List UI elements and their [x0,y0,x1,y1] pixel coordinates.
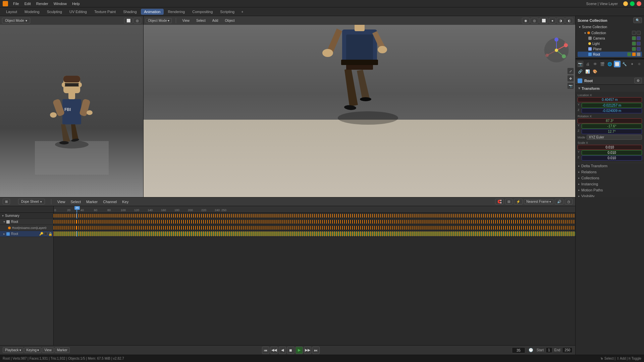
track-label-action[interactable]: Root|mixamo.com|Layer0 [0,225,53,231]
rotation-mode[interactable]: XYZ Euler [587,135,642,140]
outliner-item-plane[interactable]: Plane [578,46,642,52]
menu-window[interactable]: Window [51,1,69,6]
timeline-select-menu[interactable]: Select [70,200,81,204]
prop-icon-material[interactable]: 🎨 [592,68,598,75]
prop-icon-physics[interactable]: ⚛ [636,61,643,67]
loc-z[interactable]: -0.024009 m [582,108,642,113]
timeline-channel-menu[interactable]: Channel [103,200,117,204]
delta-transform-section[interactable]: ▸ Delta Transform [576,163,644,169]
outliner-visibility-plane[interactable] [632,47,636,51]
current-frame-display[interactable]: 35 [512,347,525,353]
marker-menu-2[interactable]: Marker [55,347,70,353]
collections-section[interactable]: ▸ Collections [576,175,644,181]
nearest-frame-dropdown[interactable]: Nearest Frame ▾ [524,199,553,204]
menu-file[interactable]: File [11,1,21,6]
scale-z[interactable]: 0.010 [582,156,642,161]
outliner-render-camera[interactable] [637,36,641,40]
outliner-item-light[interactable]: Light [578,41,642,46]
tab-compositing[interactable]: Compositing [189,9,216,15]
timeline-view-menu[interactable]: View [57,200,65,204]
outliner-item-root[interactable]: Root [578,52,642,57]
timeline-tracks[interactable] [54,213,575,345]
jump-to-end[interactable]: ⏭ [312,347,320,354]
relations-section[interactable]: ▸ Relations [576,169,644,175]
zoom-to-fit[interactable]: ⤢ [567,68,574,74]
viewport-mode-material[interactable]: ◑ [557,18,565,23]
outliner-extra-root[interactable] [637,52,641,56]
prop-icon-view[interactable]: 👁 [592,61,598,67]
navigation-gizmo[interactable]: X Y Z [543,37,570,64]
outliner-visibility-light[interactable] [632,42,636,46]
left-viewport-content[interactable]: FBI [0,25,143,197]
track-label-root-selected[interactable]: ▸ Root 🔑 🔒 [0,231,53,237]
camera-view[interactable]: 📷 [567,82,574,89]
menu-edit[interactable]: Edit [22,1,33,6]
loc-x[interactable]: 0.40457 m [578,97,642,102]
tab-rendering[interactable]: Rendering [164,9,188,15]
viewport-mode-solid[interactable]: ● [549,18,556,23]
loc-y[interactable]: -0.021257 m [582,103,642,108]
view-menu-2[interactable]: View [42,347,54,353]
viewport-shading-btn[interactable]: ◉ [522,18,530,23]
prop-icon-constraints[interactable]: 🔗 [577,68,584,75]
maximize-button[interactable] [630,1,635,6]
close-button[interactable] [637,1,641,6]
tab-layout[interactable]: Layout [3,9,20,15]
scale-y[interactable]: 0.010 [582,150,642,155]
pan-view[interactable]: ✥ [567,75,574,82]
left-mode-selector[interactable]: Object Mode ▾ [2,18,30,23]
instancing-section[interactable]: ▸ Instancing [576,181,644,187]
left-view-toggle[interactable]: ⬜ [124,18,133,23]
timeline-marker-menu[interactable]: Marker [86,200,98,204]
prop-icon-output[interactable]: 🖨 [584,61,591,67]
prop-icon-object[interactable]: ⬜ [614,61,621,67]
start-frame[interactable]: 1 [546,347,552,353]
outliner-filter[interactable]: 🔍 [633,17,642,23]
sync-audio-toggle[interactable]: ◷ [565,199,573,204]
tab-modeling[interactable]: Modeling [21,9,43,15]
timeline-key-menu[interactable]: Key [122,200,128,204]
visibility-section[interactable]: ▸ Visibility [576,193,644,197]
view-menu[interactable]: View [180,18,192,23]
dope-sheet-selector[interactable]: Dope Sheet ▾ [18,199,45,204]
prop-icon-render[interactable]: 📷 [577,61,584,67]
outliner-visibility-collection[interactable] [632,31,636,35]
jump-to-start[interactable]: ⏮ [262,347,269,354]
viewport-xray-btn[interactable]: ⬜ [539,18,548,23]
select-menu[interactable]: Select [194,18,208,23]
outliner-visibility-root[interactable] [627,52,631,56]
tab-add-button[interactable]: + [238,9,246,15]
keying-btn[interactable]: Keying ▾ [24,347,42,353]
track-lock-btn[interactable]: 🔒 [48,232,51,235]
object-menu[interactable]: Object [223,18,237,23]
menu-help[interactable]: Help [70,1,82,6]
motion-paths-section[interactable]: ▸ Motion Paths [576,187,644,193]
filter-toggle[interactable]: ⊟ [505,199,513,204]
outliner-render-collection[interactable] [637,31,641,35]
playback-mode-btn[interactable]: Playback ▾ [3,347,23,353]
track-label-root[interactable]: ▾ Root [0,219,53,225]
step-back[interactable]: ◀◀ [270,347,278,354]
step-fwd[interactable]: ▶▶ [304,347,311,354]
prop-icon-data[interactable]: 📊 [584,68,591,75]
scale-x[interactable]: 0.010 [578,145,642,150]
prop-icon-particles[interactable]: ✦ [629,61,635,67]
outliner-render-root[interactable] [632,52,636,56]
audio-toggle[interactable]: 🔊 [555,199,564,204]
tab-shading[interactable]: Shading [120,9,140,15]
timeline-ruler[interactable]: 0 20 40 60 80 100 120 140 160 180 200 22… [0,206,575,213]
minimize-button[interactable] [623,1,628,6]
menu-render[interactable]: Render [34,1,51,6]
transform-header[interactable]: ▾ Transform [576,85,644,92]
rot-x[interactable]: 87.3° [578,118,642,123]
left-overlay-btn[interactable]: ◎ [133,18,141,23]
object-settings-btn[interactable]: ⚙ [634,78,642,83]
main-mode-selector[interactable]: Object Mode ▾ [146,18,172,23]
play-btn[interactable]: ▶ [296,347,303,354]
tab-animation[interactable]: Animation [141,9,164,15]
tab-texturepaint[interactable]: Texture Paint [91,9,119,15]
outliner-item-camera[interactable]: Camera [578,36,642,41]
prop-icon-scene[interactable]: 🎬 [599,61,606,67]
main-viewport-content[interactable]: X Y Z ⤢ [144,25,575,197]
outliner-item-collection[interactable]: ▾ Collection [578,30,642,36]
